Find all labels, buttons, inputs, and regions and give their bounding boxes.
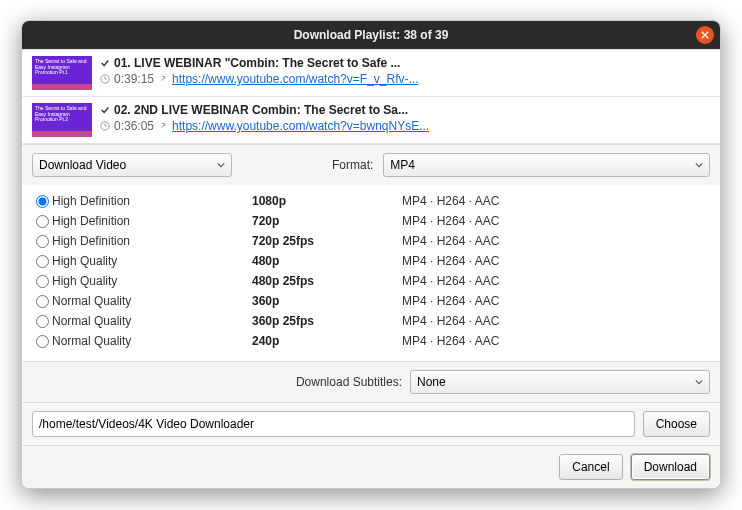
download-button[interactable]: Download: [631, 454, 710, 480]
footer: Cancel Download: [22, 445, 720, 488]
format-section: Download Video Format: MP4: [22, 144, 720, 185]
quality-name: High Definition: [52, 214, 252, 228]
quality-row[interactable]: High Definition 720p MP4 · H264 · AAC: [32, 211, 710, 231]
quality-radio[interactable]: [36, 315, 49, 328]
content-area: The Secret to Safe and Easy Instagram Pr…: [22, 49, 720, 488]
quality-resolution: 720p: [252, 214, 402, 228]
duration: 0:36:05: [114, 119, 154, 133]
thumbnail: The Secret to Safe and Easy Instagram Pr…: [32, 56, 92, 90]
playlist-list[interactable]: The Secret to Safe and Easy Instagram Pr…: [22, 49, 720, 144]
clock-icon: [100, 121, 110, 131]
quality-row[interactable]: Normal Quality 360p MP4 · H264 · AAC: [32, 291, 710, 311]
subtitles-dropdown[interactable]: None: [410, 370, 710, 394]
quality-name: High Quality: [52, 274, 252, 288]
chevron-down-icon: [217, 161, 225, 169]
quality-resolution: 480p 25fps: [252, 274, 402, 288]
quality-list: High Definition 1080p MP4 · H264 · AAC H…: [22, 185, 720, 361]
playlist-title: 02. 2ND LIVE WEBINAR Combin: The Secret …: [114, 103, 408, 117]
quality-name: High Definition: [52, 234, 252, 248]
dialog-window: Download Playlist: 38 of 39 The Secret t…: [21, 20, 721, 489]
format-label: Format:: [332, 158, 373, 172]
clock-icon: [100, 74, 110, 84]
quality-resolution: 360p 25fps: [252, 314, 402, 328]
quality-name: Normal Quality: [52, 334, 252, 348]
quality-resolution: 720p 25fps: [252, 234, 402, 248]
link-icon: [158, 121, 168, 131]
thumbnail: The Secret to Safe and Easy Instagram Pr…: [32, 103, 92, 137]
quality-codec: MP4 · H264 · AAC: [402, 314, 499, 328]
quality-resolution: 480p: [252, 254, 402, 268]
chevron-down-icon: [695, 161, 703, 169]
quality-codec: MP4 · H264 · AAC: [402, 274, 499, 288]
quality-radio[interactable]: [36, 195, 49, 208]
titlebar: Download Playlist: 38 of 39: [22, 21, 720, 49]
action-dropdown[interactable]: Download Video: [32, 153, 232, 177]
quality-row[interactable]: High Quality 480p 25fps MP4 · H264 · AAC: [32, 271, 710, 291]
quality-resolution: 360p: [252, 294, 402, 308]
quality-codec: MP4 · H264 · AAC: [402, 254, 499, 268]
quality-codec: MP4 · H264 · AAC: [402, 194, 499, 208]
quality-radio[interactable]: [36, 275, 49, 288]
quality-radio[interactable]: [36, 255, 49, 268]
subtitles-value: None: [417, 375, 446, 389]
close-icon: [701, 31, 709, 39]
quality-codec: MP4 · H264 · AAC: [402, 234, 499, 248]
quality-radio[interactable]: [36, 235, 49, 248]
choose-button[interactable]: Choose: [643, 411, 710, 437]
window-title: Download Playlist: 38 of 39: [294, 28, 449, 42]
subtitles-label: Download Subtitles:: [296, 375, 402, 389]
path-row: Choose: [22, 402, 720, 445]
quality-resolution: 1080p: [252, 194, 402, 208]
cancel-button[interactable]: Cancel: [559, 454, 622, 480]
playlist-title: 01. LIVE WEBINAR "Combin: The Secret to …: [114, 56, 400, 70]
path-input[interactable]: [32, 411, 635, 437]
quality-resolution: 240p: [252, 334, 402, 348]
video-url-link[interactable]: https://www.youtube.com/watch?v=F_v_Rfv-…: [172, 72, 418, 86]
quality-name: High Quality: [52, 254, 252, 268]
playlist-item[interactable]: The Secret to Safe and Easy Instagram Pr…: [22, 50, 720, 97]
video-url-link[interactable]: https://www.youtube.com/watch?v=bwnqNYsE…: [172, 119, 429, 133]
chevron-down-icon: [695, 378, 703, 386]
quality-row[interactable]: High Definition 1080p MP4 · H264 · AAC: [32, 191, 710, 211]
quality-row[interactable]: Normal Quality 240p MP4 · H264 · AAC: [32, 331, 710, 351]
check-icon: [100, 105, 110, 115]
playlist-item[interactable]: The Secret to Safe and Easy Instagram Pr…: [22, 97, 720, 144]
quality-name: Normal Quality: [52, 314, 252, 328]
quality-row[interactable]: High Definition 720p 25fps MP4 · H264 · …: [32, 231, 710, 251]
action-dropdown-label: Download Video: [39, 158, 126, 172]
quality-row[interactable]: Normal Quality 360p 25fps MP4 · H264 · A…: [32, 311, 710, 331]
check-icon: [100, 58, 110, 68]
format-value: MP4: [390, 158, 415, 172]
quality-codec: MP4 · H264 · AAC: [402, 294, 499, 308]
quality-codec: MP4 · H264 · AAC: [402, 214, 499, 228]
quality-radio[interactable]: [36, 295, 49, 308]
link-icon: [158, 74, 168, 84]
quality-name: Normal Quality: [52, 294, 252, 308]
duration: 0:39:15: [114, 72, 154, 86]
quality-name: High Definition: [52, 194, 252, 208]
playlist-info: 02. 2ND LIVE WEBINAR Combin: The Secret …: [100, 103, 710, 137]
subtitles-row: Download Subtitles: None: [22, 361, 720, 402]
quality-codec: MP4 · H264 · AAC: [402, 334, 499, 348]
quality-radio[interactable]: [36, 215, 49, 228]
playlist-info: 01. LIVE WEBINAR "Combin: The Secret to …: [100, 56, 710, 90]
quality-row[interactable]: High Quality 480p MP4 · H264 · AAC: [32, 251, 710, 271]
close-button[interactable]: [696, 26, 714, 44]
format-dropdown[interactable]: MP4: [383, 153, 710, 177]
quality-radio[interactable]: [36, 335, 49, 348]
